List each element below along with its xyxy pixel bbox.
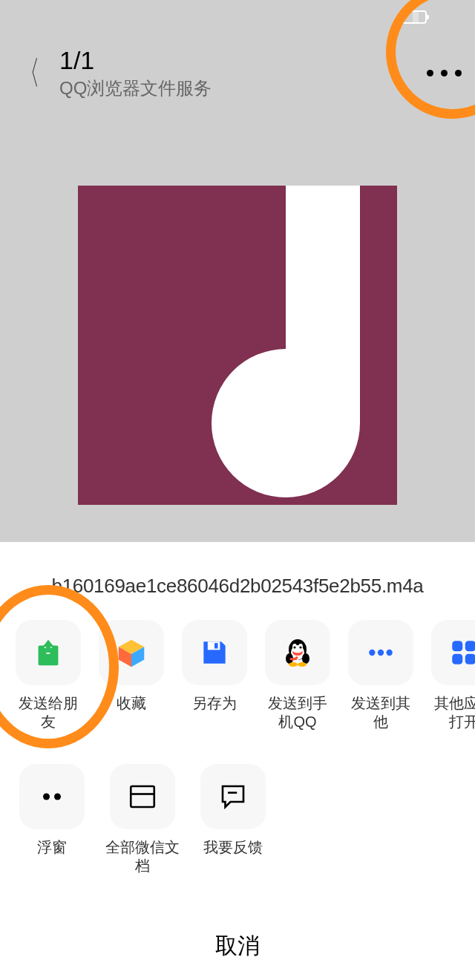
folder-icon [127,781,158,812]
qq-icon [280,635,315,670]
tool-row: 浮窗 全部微信文档 我要反馈 [0,764,475,875]
svg-rect-20 [452,641,462,651]
chat-icon [217,781,249,812]
share-row: 发送给朋友 收藏 另存为 [0,620,475,731]
more-dots-icon [366,638,396,667]
cube-icon [114,636,148,670]
action-save-as[interactable]: 另存为 [178,620,251,731]
upload-icon [31,636,65,670]
header: 〈 1/1 QQ浏览器文件服务 [0,34,475,111]
svg-point-24 [43,794,50,800]
action-send-other[interactable]: 发送到其他 [344,620,417,731]
svg-rect-22 [452,654,462,664]
svg-point-14 [302,653,309,664]
save-icon [198,636,231,669]
svg-rect-5 [208,641,220,650]
svg-rect-6 [214,643,218,648]
svg-point-25 [54,794,61,800]
action-all-docs[interactable]: 全部微信文档 [102,764,183,875]
apps-icon [448,637,475,668]
page-counter: 1/1 [59,46,212,75]
svg-point-18 [378,650,384,656]
action-send-to-friend[interactable]: 发送给朋友 [12,620,85,731]
svg-point-19 [387,650,393,656]
action-send-qq[interactable]: 发送到手机QQ [261,620,334,731]
svg-point-17 [369,650,375,656]
svg-rect-23 [465,654,475,664]
svg-rect-26 [131,786,154,807]
svg-point-11 [293,646,295,648]
action-other-app[interactable]: 其他应用打开 [428,620,475,731]
cancel-button[interactable]: 取消 [0,912,475,980]
page-subtitle: QQ浏览器文件服务 [59,76,212,100]
svg-point-12 [299,646,301,648]
action-feedback[interactable]: 我要反馈 [193,764,273,875]
file-name: b160169ae1ce86046d2b02543f5e2b55.m4a [0,575,475,620]
action-float-window[interactable]: 浮窗 [12,764,92,875]
svg-rect-21 [465,641,475,651]
float-icon [39,789,65,804]
svg-point-16 [298,662,307,667]
media-thumbnail [78,186,397,505]
action-favorite[interactable]: 收藏 [95,620,168,731]
battery-icon [402,10,427,24]
action-sheet: b160169ae1ce86046d2b02543f5e2b55.m4a 发送给… [0,542,475,980]
more-button[interactable] [427,70,462,76]
svg-point-15 [289,662,298,667]
back-button[interactable]: 〈 [20,51,39,95]
